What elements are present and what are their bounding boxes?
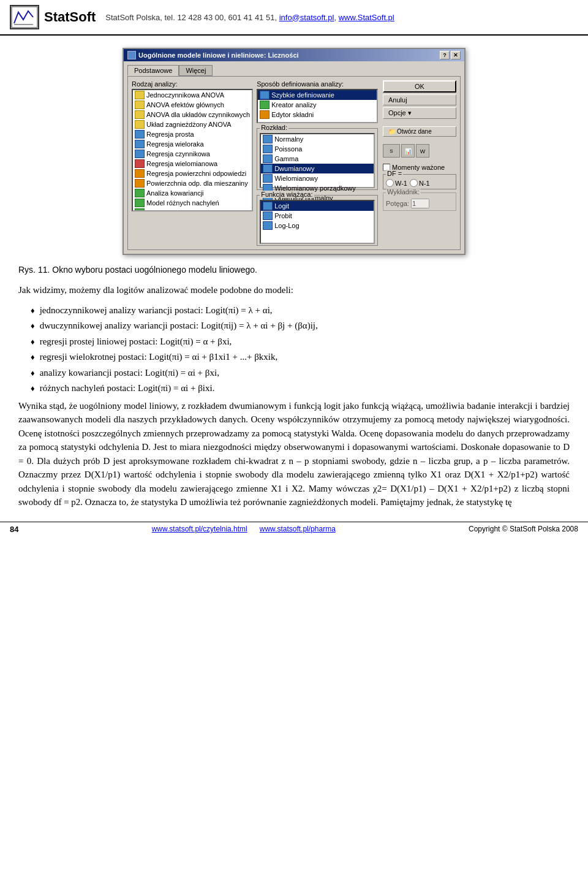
win-help-btn[interactable]: ? bbox=[440, 51, 450, 59]
weight-icon[interactable]: W bbox=[416, 144, 429, 158]
select-cases-icon[interactable]: S bbox=[383, 144, 400, 158]
sposob-edytor[interactable]: Edytor składni bbox=[258, 110, 377, 120]
list-icon bbox=[263, 164, 273, 173]
list-icon bbox=[263, 174, 273, 183]
win-tab-podstawowe[interactable]: Podstawowe bbox=[127, 65, 179, 76]
list-icon bbox=[260, 91, 270, 99]
anuluj-button[interactable]: Anuluj bbox=[383, 94, 456, 105]
list-item: ♦ regresji wielokrotnej postaci: Logit(π… bbox=[31, 350, 570, 364]
rozkl-label: Rozkład: bbox=[260, 124, 288, 131]
list-item: ♦ dwuczynnikowej analizy wariancji posta… bbox=[31, 319, 570, 333]
data-icon[interactable]: 📊 bbox=[401, 144, 415, 158]
win-title-text: Uogólnione modele liniowe i nieliniowe: … bbox=[138, 51, 299, 59]
opcje-button[interactable]: Opcje ▾ bbox=[383, 107, 456, 119]
list-item-anova-czynnikowych[interactable]: ANOVA dla układów czynnikowych bbox=[133, 110, 252, 120]
footer-copyright: Copyright © StatSoft Polska 2008 bbox=[469, 525, 578, 533]
win-body: Podstawowe Więcej Rodzaj analizy: bbox=[124, 61, 464, 254]
ok-button[interactable]: OK bbox=[383, 80, 456, 93]
sposob-listbox[interactable]: Szybkie definiowanie Kreator analizy Edy… bbox=[257, 89, 378, 123]
list-icon bbox=[263, 135, 273, 143]
list-icon bbox=[135, 110, 145, 119]
df-n1-radio[interactable] bbox=[410, 179, 418, 187]
figure-caption: Rys. 11. Okno wyboru postaci uogólnioneg… bbox=[18, 265, 570, 275]
df-label: DF = bbox=[386, 170, 403, 177]
list-icon bbox=[135, 91, 145, 99]
wykl-potega-label: Potęga: bbox=[386, 200, 409, 207]
otworz-dane-button[interactable]: 📁 Otwórz dane bbox=[383, 126, 456, 137]
list-item-regresja-czynnik[interactable]: Regresja czynnikowa bbox=[133, 149, 252, 159]
win-tabs[interactable]: Podstawowe Więcej bbox=[127, 65, 461, 76]
list-item-anova-efektow[interactable]: ANOVA efektów głównych bbox=[133, 100, 252, 110]
win-titlebar-left: Uogólnione modele liniowe i nieliniowe: … bbox=[127, 51, 299, 59]
df-group: DF = W-1 N-1 bbox=[383, 174, 456, 189]
list-icon bbox=[135, 120, 145, 129]
list-item-jednoczynnikowa[interactable]: Jednoczynnikowa ANOVA bbox=[133, 90, 252, 100]
list-item-text: dwuczynnikowej analizy wariancji postaci… bbox=[40, 319, 318, 333]
list-icon bbox=[135, 189, 145, 197]
list-icon bbox=[135, 179, 145, 188]
footer-link-czytelnia[interactable]: www.statsoft.pl/czytelnia.html bbox=[152, 525, 247, 533]
body-intro-text: Jak widzimy, możemy dla logitów analizow… bbox=[18, 283, 570, 297]
list-item-powierzchnia-odp[interactable]: Powierzchnia odp. dla mieszaniny bbox=[133, 178, 252, 188]
list-icon bbox=[263, 221, 273, 230]
list-item-text: jednoczynnikowej analizy wariancji posta… bbox=[40, 303, 273, 318]
bullet-icon: ♦ bbox=[31, 305, 35, 317]
footer-link-pharma[interactable]: www.statsoft.pl/pharma bbox=[260, 525, 336, 533]
rozkl-gamma[interactable]: Gamma bbox=[261, 154, 374, 164]
bullet-icon: ♦ bbox=[31, 320, 35, 332]
rozkl-normalny[interactable]: Normalny bbox=[261, 134, 374, 144]
list-item-model-roznych[interactable]: Model różnych nachyleń bbox=[133, 198, 252, 208]
func-logit[interactable]: Logit bbox=[261, 201, 374, 211]
list-icon bbox=[135, 140, 145, 148]
rodzaj-analizy-listbox[interactable]: Jednoczynnikowa ANOVA ANOVA efektów głów… bbox=[132, 89, 253, 211]
logo-area: StatSoft bbox=[10, 5, 96, 29]
list-item-uklad-zagniezdz[interactable]: Układ zagnieżdżony ANOVA bbox=[133, 120, 252, 129]
sposob-label: Sposób definiowania analizy: bbox=[257, 80, 378, 88]
func-listbox[interactable]: Logit Probit Log-Log bbox=[260, 200, 375, 244]
win-left-panel: Rodzaj analizy: Jednoczynnikowa ANOVA AN… bbox=[132, 80, 378, 246]
list-item-regresja-pow[interactable]: Regresja powierzchni odpowiedzi bbox=[133, 169, 252, 178]
sposob-szybkie[interactable]: Szybkie definiowanie bbox=[258, 90, 377, 100]
win-close-btn[interactable]: ✕ bbox=[451, 51, 461, 59]
df-n1-option[interactable]: N-1 bbox=[410, 179, 430, 187]
rozkl-dwumianowy[interactable]: Dwumianowy bbox=[261, 164, 374, 173]
rozkl-listbox[interactable]: Normalny Poissona Gamma bbox=[260, 133, 375, 188]
list-item: ♦ różnych nachyleń postaci: Logit(πi) = … bbox=[31, 381, 570, 395]
wykl-potega-input[interactable] bbox=[411, 199, 429, 208]
list-item-text: regresji wielokrotnej postaci: Logit(πi)… bbox=[40, 350, 278, 364]
list-icon bbox=[263, 145, 273, 153]
func-loglog[interactable]: Log-Log bbox=[261, 221, 374, 230]
win-button-col: OK Anuluj Opcje ▾ 📁 Otwórz dane S bbox=[383, 80, 456, 211]
logo-text: StatSoft bbox=[44, 9, 96, 25]
rozkl-poissona[interactable]: Poissona bbox=[261, 144, 374, 154]
wykl-value-row: Potęga: bbox=[386, 199, 453, 208]
win-controls[interactable]: ? ✕ bbox=[440, 51, 461, 59]
df-w1-radio[interactable] bbox=[386, 179, 394, 187]
header-email-link[interactable]: info@statsoft.pl bbox=[279, 13, 334, 22]
page-header: StatSoft StatSoft Polska, tel. 12 428 43… bbox=[0, 0, 588, 36]
list-item-regresja-prosta[interactable]: Regresja prosta bbox=[133, 129, 252, 139]
list-item: ♦ regresji prostej liniowej postaci: Log… bbox=[31, 335, 570, 349]
list-icon bbox=[135, 199, 145, 207]
rozkl-wielomianowy[interactable]: Wielomianowy bbox=[261, 173, 374, 183]
win-title-icon bbox=[127, 51, 136, 59]
list-item-regresja-wielom[interactable]: Regresja wielomianowa bbox=[133, 159, 252, 169]
win-right-panel: OK Anuluj Opcje ▾ 📁 Otwórz dane S bbox=[383, 80, 456, 246]
df-w1-option[interactable]: W-1 bbox=[386, 179, 407, 187]
list-item-analiza-kowariancji[interactable]: Analiza kowariancji bbox=[133, 188, 252, 198]
page-content: Uogólnione modele liniowe i nieliniowe: … bbox=[0, 36, 588, 522]
list-item-model-jednakowych[interactable]: Model jednakowych nachyleń bbox=[133, 208, 252, 211]
sposob-kreator[interactable]: Kreator analizy bbox=[258, 100, 377, 110]
list-item-regresja-wieloraka[interactable]: Regresja wieloraka bbox=[133, 139, 252, 149]
body-paragraph-1: Wynika stąd, że uogólniony model liniowy… bbox=[18, 399, 570, 509]
func-probit[interactable]: Probit bbox=[261, 211, 374, 221]
list-icon bbox=[263, 211, 273, 220]
rodzaj-analizy-label: Rodzaj analizy: bbox=[132, 80, 253, 88]
header-contact: StatSoft Polska, tel. 12 428 43 00, 601 … bbox=[105, 13, 394, 22]
bullet-icon: ♦ bbox=[31, 382, 35, 395]
list-icon bbox=[260, 110, 270, 119]
win-tab-wiecej[interactable]: Więcej bbox=[179, 65, 213, 76]
header-website-link[interactable]: www.StatSoft.pl bbox=[339, 13, 394, 22]
list-icon bbox=[135, 208, 145, 211]
win-dialog: Uogólnione modele liniowe i nieliniowe: … bbox=[123, 48, 466, 255]
